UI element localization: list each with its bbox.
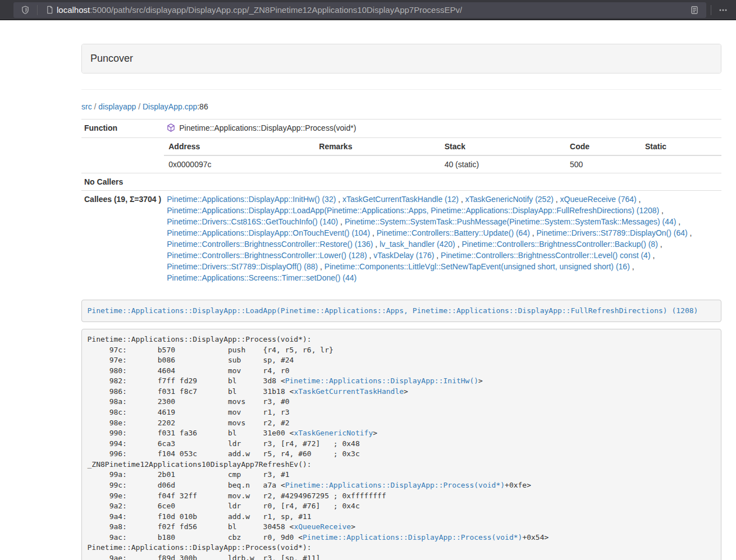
callee-separator: , <box>336 195 342 204</box>
callee-separator: , <box>434 251 441 260</box>
function-label: Function <box>81 120 164 138</box>
callee-link[interactable]: Pinetime::Controllers::BrightnessControl… <box>441 251 650 260</box>
asm-pre: Pinetime::Applications::DisplayApp::Proc… <box>81 329 721 560</box>
no-callers-cell <box>164 173 721 191</box>
stats-value: 40 (static) <box>440 155 565 173</box>
url-host: localhost <box>57 5 90 15</box>
callee-link[interactable]: xTaskGetCurrentTaskHandle (12) <box>342 195 459 204</box>
asm-symbol-link[interactable]: Pinetime::Applications::DisplayApp::Proc… <box>303 533 522 541</box>
callee-separator: , <box>658 240 662 249</box>
callee-separator: , <box>688 228 692 237</box>
callee-separator: , <box>459 195 465 204</box>
stats-value <box>314 155 440 173</box>
callee-link[interactable]: lv_task_handler (420) <box>380 240 455 249</box>
cube-icon <box>167 123 175 135</box>
stats-col-header: Static <box>641 138 721 155</box>
callee-link[interactable]: Pinetime::Drivers::St7789::DisplayOn() (… <box>537 228 688 237</box>
no-callers-label: No Callers <box>81 173 164 191</box>
urlbar-divider <box>37 5 38 15</box>
breadcrumb: src / displayapp / DisplayApp.cpp:86 <box>81 101 721 112</box>
breadcrumb-separator: / <box>92 102 99 111</box>
callee-link[interactable]: Pinetime::Drivers::St7789::DisplayOff() … <box>167 262 318 271</box>
stats-value-row: 0x0000097c40 (static)500 <box>164 155 721 173</box>
stats-value: 500 <box>565 155 641 173</box>
stats-table-cell: AddressRemarksStackCodeStatic 0x0000097c… <box>164 138 721 173</box>
callee-separator: , <box>676 217 680 226</box>
callee-link[interactable]: vTaskDelay (176) <box>373 251 434 260</box>
url-path: :5000/path/src/displayapp/DisplayApp.cpp… <box>90 5 462 15</box>
callee-separator: , <box>370 228 377 237</box>
callee-separator: , <box>530 228 537 237</box>
breadcrumb-link[interactable]: displayapp <box>98 102 136 111</box>
puncover-panel: Puncover <box>81 44 721 74</box>
callee-link[interactable]: Pinetime::Applications::DisplayApp::Init… <box>167 195 336 204</box>
callee-link[interactable]: Pinetime::Applications::DisplayApp::Load… <box>167 206 659 215</box>
asm-symbol-link[interactable]: xQueueReceive <box>294 522 351 531</box>
stats-col-header: Stack <box>440 138 565 155</box>
callees-row: Callees (19, Σ=3704 ) Pinetime::Applicat… <box>81 191 721 287</box>
breadcrumb-separator: / <box>136 102 143 111</box>
callees-label: Callees (19, Σ=3704 ) <box>81 191 164 287</box>
stats-col-header: Code <box>565 138 641 155</box>
menu-ellipsis-icon[interactable] <box>716 3 730 17</box>
callee-link[interactable]: Pinetime::Controllers::BrightnessControl… <box>167 251 367 260</box>
divider <box>81 89 721 90</box>
callee-link[interactable]: Pinetime::Applications::DisplayApp::OnTo… <box>167 228 370 237</box>
callees-cell: Pinetime::Applications::DisplayApp::Init… <box>164 191 721 287</box>
asm-symbol-link[interactable]: Pinetime::Applications::DisplayApp::Init… <box>285 377 478 385</box>
breadcrumb-line-number: :86 <box>197 102 208 111</box>
callee-link[interactable]: Pinetime::Controllers::BrightnessControl… <box>461 240 657 249</box>
callee-separator: , <box>630 262 634 271</box>
callee-link[interactable]: xTaskGenericNotify (252) <box>465 195 554 204</box>
asm-symbol-link[interactable]: Pinetime::Applications::DisplayApp::Proc… <box>285 481 505 489</box>
callee-separator: , <box>554 195 560 204</box>
url-bar[interactable]: localhost:5000/path/src/displayapp/Displ… <box>13 2 706 18</box>
asm-symbol-link[interactable]: xTaskGetCurrentTaskHandle <box>294 387 404 396</box>
callee-separator: , <box>373 240 380 249</box>
url-text[interactable]: localhost:5000/path/src/displayapp/Displ… <box>57 5 462 15</box>
callee-separator: , <box>338 217 345 226</box>
browser-toolbar: localhost:5000/path/src/displayapp/Displ… <box>0 0 736 20</box>
stats-header-row: AddressRemarksStackCodeStatic <box>164 138 721 155</box>
callee-separator: , <box>455 240 462 249</box>
callee-link[interactable]: xQueueReceive (764) <box>560 195 637 204</box>
stats-value: 0x0000097c <box>164 155 314 173</box>
app-title: Puncover <box>82 44 721 73</box>
function-table: Function Pinetime::Applications::Display… <box>81 119 721 286</box>
loadapp-snippet-block: Pinetime::Applications::DisplayApp::Load… <box>81 300 721 322</box>
no-callers-row: No Callers <box>81 173 721 191</box>
function-name: Pinetime::Applications::DisplayApp::Proc… <box>179 123 356 132</box>
page-content: Puncover src / displayapp / DisplayApp.c… <box>81 44 721 560</box>
loadapp-snippet-link[interactable]: Pinetime::Applications::DisplayApp::Load… <box>88 306 698 315</box>
stats-row-spacer <box>81 138 164 173</box>
callee-link[interactable]: Pinetime::Components::LittleVgl::SetNewT… <box>324 262 630 271</box>
breadcrumb-link[interactable]: DisplayApp.cpp <box>143 102 197 111</box>
callee-separator: , <box>651 251 655 260</box>
stats-col-header: Address <box>164 138 314 155</box>
callee-separator: , <box>659 206 664 215</box>
callee-link[interactable]: Pinetime::Drivers::Cst816S::GetTouchInfo… <box>167 217 338 226</box>
callee-link[interactable]: Pinetime::System::SystemTask::PushMessag… <box>345 217 676 226</box>
callee-separator: , <box>318 262 324 271</box>
callee-separator: , <box>367 251 374 260</box>
callee-link[interactable]: Pinetime::Controllers::BrightnessControl… <box>167 240 373 249</box>
shield-icon[interactable] <box>18 3 33 17</box>
page-info-icon[interactable] <box>42 3 57 17</box>
stats-row: AddressRemarksStackCodeStatic 0x0000097c… <box>81 138 721 173</box>
function-row: Function Pinetime::Applications::Display… <box>81 120 721 138</box>
stats-table: AddressRemarksStackCodeStatic 0x0000097c… <box>164 138 721 173</box>
reader-mode-icon[interactable] <box>687 3 702 17</box>
stats-value <box>641 155 721 173</box>
stats-col-header: Remarks <box>314 138 440 155</box>
function-name-cell: Pinetime::Applications::DisplayApp::Proc… <box>164 120 721 138</box>
toolbar-divider <box>711 5 711 15</box>
asm-symbol-link[interactable]: xTaskGenericNotify <box>294 429 373 437</box>
callee-separator: , <box>637 195 641 204</box>
callee-link[interactable]: Pinetime::Controllers::Battery::Update()… <box>377 228 530 237</box>
breadcrumb-link[interactable]: src <box>81 102 92 111</box>
callee-link[interactable]: Pinetime::Applications::Screens::Timer::… <box>167 273 356 282</box>
